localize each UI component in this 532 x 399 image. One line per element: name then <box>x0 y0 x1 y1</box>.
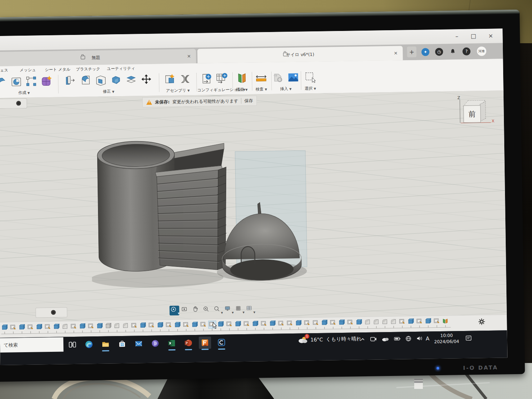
timeline-feature-sketch[interactable] <box>260 320 268 327</box>
timeline-feature-extrude[interactable] <box>191 321 198 328</box>
combine-icon[interactable] <box>109 73 123 87</box>
taskbar-app-powerpoint[interactable]: P <box>182 337 195 349</box>
look-at-button[interactable] <box>180 305 190 315</box>
ribbon-group-label[interactable]: 修正 ▼ <box>60 88 158 95</box>
timeline-feature-sketch[interactable] <box>433 318 441 325</box>
timeline-feature-extrude[interactable] <box>269 320 276 327</box>
timeline-feature-sketch[interactable] <box>88 323 95 330</box>
timeline-settings-gear-icon[interactable] <box>478 318 485 325</box>
timeline-feature-sketch[interactable] <box>148 322 155 329</box>
timeline-feature-sketch[interactable] <box>347 319 354 326</box>
timeline-feature-extrude[interactable] <box>356 319 363 326</box>
battery-icon[interactable] <box>394 337 401 341</box>
timeline-feature-fillet[interactable] <box>62 323 69 330</box>
timeline-feature-fillet[interactable] <box>381 318 389 326</box>
new-component-icon[interactable] <box>163 72 177 86</box>
timeline-feature-extrude[interactable] <box>139 322 147 329</box>
timeline-feature-sketch[interactable] <box>330 319 337 326</box>
browser-toggle-icon[interactable] <box>16 101 21 106</box>
timeline-feature-fillet[interactable] <box>122 322 129 329</box>
zoom-button[interactable] <box>202 305 211 315</box>
timeline-feature-extrude[interactable] <box>53 323 60 331</box>
sketch-pattern-icon[interactable] <box>24 74 39 88</box>
minimize-button[interactable]: – <box>448 31 465 42</box>
save-button[interactable]: 保存 <box>244 98 253 104</box>
sweep-icon[interactable] <box>0 75 8 89</box>
grid-settings-button[interactable]: ▼ <box>234 305 244 314</box>
timeline-feature-extrude[interactable] <box>407 318 415 325</box>
timeline-feature-sketch[interactable] <box>243 320 250 328</box>
configuration-icon[interactable] <box>200 72 214 86</box>
job-status-icon[interactable]: ◷ <box>435 48 443 56</box>
taskbar-app-fusion360[interactable] <box>199 336 211 349</box>
help-icon[interactable]: ? <box>462 48 470 55</box>
ribbon-group-label[interactable]: 選択 ▼ <box>302 86 318 91</box>
timeline-feature-extrude[interactable] <box>217 321 224 328</box>
timeline-feature-extrude[interactable] <box>321 319 328 327</box>
timeline-feature-sketch[interactable] <box>286 320 294 327</box>
new-tab-button[interactable]: + <box>407 46 416 57</box>
ribbon-group-label[interactable]: 構築 ▼ <box>233 87 250 93</box>
taskbar-app-designer[interactable] <box>149 337 162 350</box>
timeline-feature-sketch[interactable] <box>200 321 207 328</box>
ribbon-tab-1[interactable]: メッシュ <box>20 67 36 73</box>
fillet3d-icon[interactable] <box>79 73 93 88</box>
timeline-feature-extrude[interactable] <box>174 322 181 329</box>
create-form-icon[interactable] <box>40 74 54 88</box>
orbit-button[interactable]: ▼ <box>169 305 179 315</box>
speaker-icon[interactable] <box>416 336 423 341</box>
close-tab-icon[interactable]: × <box>187 53 191 59</box>
revolve-icon[interactable] <box>9 75 23 89</box>
taskbar-app-mail[interactable] <box>133 337 145 350</box>
split-body-icon[interactable] <box>124 73 138 87</box>
shell-icon[interactable] <box>94 73 108 88</box>
taskbar-clock[interactable]: 10:00 2024/06/04 <box>432 332 461 345</box>
ribbon-tab-0[interactable]: サーフェス <box>0 68 8 73</box>
ribbon-group-label[interactable]: 検査 ▼ <box>252 86 270 92</box>
taskbar-app-c-app[interactable] <box>215 336 228 349</box>
timeline-feature-sketch[interactable] <box>399 318 406 325</box>
timeline-feature-plane[interactable] <box>442 318 449 325</box>
ribbon-group-label[interactable]: 作成 ▼ <box>0 90 57 96</box>
timeline-feature-extrude[interactable] <box>234 320 242 328</box>
measure-icon[interactable] <box>254 71 268 85</box>
timeline-feature-sketch[interactable] <box>304 319 311 327</box>
avatar[interactable]: 河幸 <box>477 46 486 56</box>
close-button[interactable]: × <box>482 31 499 41</box>
timeline-feature-sketch[interactable] <box>416 318 423 325</box>
timeline-feature-sketch[interactable] <box>165 322 173 329</box>
timeline-feature-extrude[interactable] <box>295 320 302 327</box>
timeline-feature-extrude[interactable] <box>79 323 86 330</box>
notifications-icon[interactable] <box>449 48 457 55</box>
silo-3d-model[interactable] <box>90 131 326 297</box>
ribbon-group-label[interactable]: コンフィギュレーション ▼ <box>197 87 231 93</box>
timeline-feature-sketch[interactable] <box>278 320 285 327</box>
press-pull-icon[interactable] <box>64 74 78 88</box>
maximize-button[interactable]: □ <box>465 31 482 41</box>
viewports-button[interactable]: ▼ <box>245 304 255 314</box>
display-settings-button[interactable]: ▼ <box>223 305 233 314</box>
taskbar-app-store[interactable] <box>116 338 129 350</box>
timeline-feature-extrude[interactable] <box>252 320 259 327</box>
select-box-icon[interactable] <box>303 70 317 84</box>
taskbar-weather[interactable]: 1 16°C くもり時々晴れ <box>298 335 362 344</box>
meet-now-icon[interactable] <box>370 337 377 342</box>
ribbon-tab-3[interactable]: プラスチック <box>76 66 100 72</box>
taskbar-app-excel[interactable] <box>166 337 178 350</box>
pan-button[interactable] <box>191 305 201 315</box>
ribbon-group-label[interactable]: アセンブリ ▼ <box>161 88 195 93</box>
play-button-icon[interactable] <box>51 310 56 315</box>
browser-panel-collapsed[interactable] <box>0 98 27 109</box>
timeline-feature-fillet[interactable] <box>113 322 121 329</box>
extensions-icon[interactable]: ✦ <box>421 48 429 56</box>
ime-indicator[interactable]: A <box>426 335 430 342</box>
timeline-feature-box[interactable] <box>105 322 112 329</box>
viewcube-front-face[interactable]: 前 <box>463 105 481 123</box>
timeline-feature-fillet[interactable] <box>373 318 380 326</box>
view-cube[interactable]: 前 Z X <box>457 95 497 132</box>
timeline-feature-extrude[interactable] <box>1 324 8 331</box>
ribbon-group-label[interactable]: 挿入 ▼ <box>272 86 299 92</box>
timeline-play-panel[interactable] <box>36 307 67 318</box>
timeline-feature-extrude[interactable] <box>18 324 26 331</box>
timeline-feature-sketch[interactable] <box>10 324 17 331</box>
